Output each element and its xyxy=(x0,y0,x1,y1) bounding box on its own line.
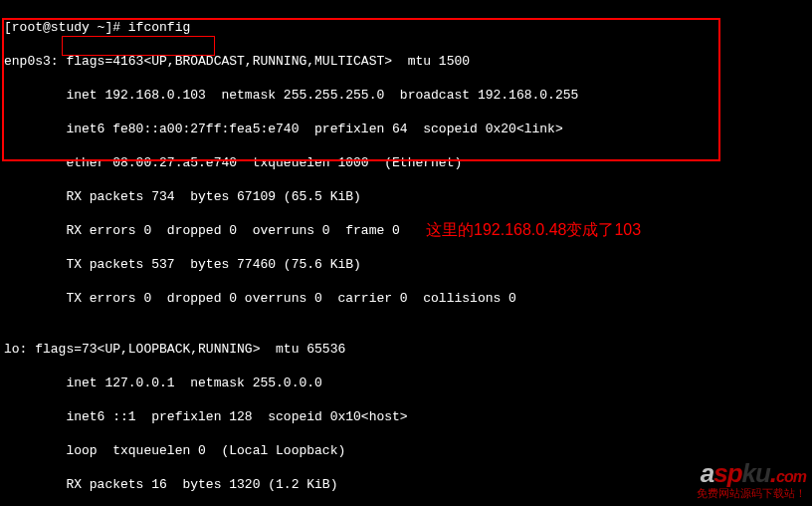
lo-line: RX packets 16 bytes 1320 (1.2 KiB) xyxy=(4,477,337,492)
lo-line: inet6 ::1 prefixlen 128 scopeid 0x10<hos… xyxy=(4,409,408,424)
logo-letter: sp xyxy=(713,458,741,488)
enp-line: RX packets 734 bytes 67109 (65.5 KiB) xyxy=(4,189,361,204)
logo-letter: a xyxy=(701,458,713,488)
watermark-logo: aspku.com 免费网站源码下载站！ xyxy=(697,465,806,502)
lo-line: inet 127.0.0.1 netmask 255.0.0.0 xyxy=(4,376,322,390)
enp-line: RX errors 0 dropped 0 overruns 0 frame 0 xyxy=(4,223,400,238)
prompt-line: [root@study ~]# ifconfig xyxy=(4,20,190,35)
enp-line: inet6 fe80::a00:27ff:fea5:e740 prefixlen… xyxy=(4,122,563,136)
enp-line: inet 192.168.0.103 netmask 255.255.255.0… xyxy=(4,88,578,103)
logo-subtitle: 免费网站源码下载站！ xyxy=(697,485,806,502)
enp-line: enp0s3: flags=4163<UP,BROADCAST,RUNNING,… xyxy=(4,54,470,69)
lo-line: loop txqueuelen 0 (Local Loopback) xyxy=(4,443,345,458)
logo-com: com xyxy=(776,468,806,485)
enp-line: TX errors 0 dropped 0 overruns 0 carrier… xyxy=(4,291,516,306)
enp-line: ether 08:00:27:a5:e740 txqueuelen 1000 (… xyxy=(4,155,462,170)
enp-line: TX packets 537 bytes 77460 (75.6 KiB) xyxy=(4,257,361,272)
logo-letter: ku xyxy=(742,458,770,488)
lo-line: lo: flags=73<UP,LOOPBACK,RUNNING> mtu 65… xyxy=(4,342,345,357)
terminal-output: [root@study ~]# ifconfig enp0s3: flags=4… xyxy=(0,0,812,506)
annotation-text: 这里的192.168.0.48变成了103 xyxy=(426,221,641,238)
